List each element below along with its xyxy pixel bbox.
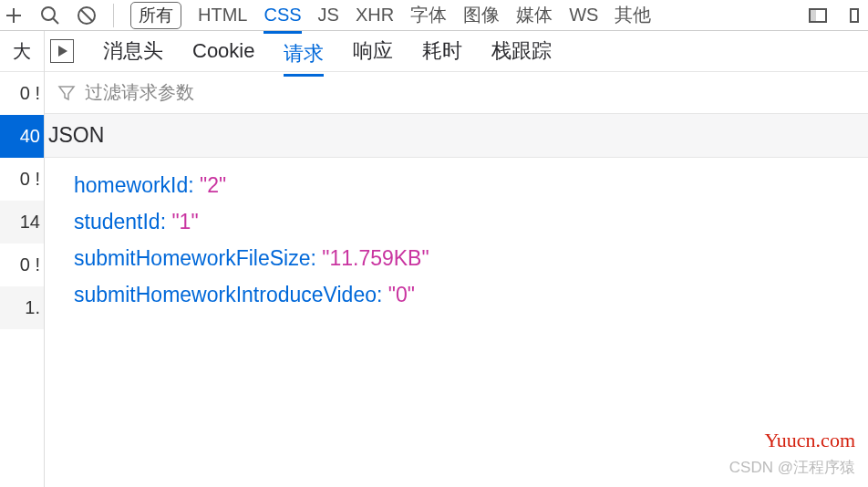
json-value: "11.759KB" <box>322 246 429 270</box>
filter-all[interactable]: 所有 <box>130 2 181 29</box>
watermark-csdn: CSDN @汪程序猿 <box>729 457 855 478</box>
filter-ws[interactable]: WS <box>569 5 598 26</box>
filter-js[interactable]: JS <box>318 5 339 26</box>
json-value: "1" <box>171 210 198 233</box>
json-row: studentId: "1" <box>74 203 868 240</box>
funnel-icon[interactable] <box>57 84 76 102</box>
sidebar-row[interactable]: 0 ! <box>0 72 44 115</box>
filter-xhr[interactable]: XHR <box>356 5 394 26</box>
filter-placeholder[interactable]: 过滤请求参数 <box>85 80 194 105</box>
dock-icon[interactable] <box>808 5 828 26</box>
top-toolbar: 所有 HTML CSS JS XHR 字体 图像 媒体 WS 其他 <box>0 0 868 31</box>
filter-image[interactable]: 图像 <box>463 3 500 27</box>
detail-tabs: 消息头 Cookie 请求 响应 耗时 栈跟踪 <box>45 31 868 72</box>
json-row: submitHomeworkIntroduceVideo: "0" <box>74 276 868 313</box>
tab-request[interactable]: 请求 <box>284 35 324 77</box>
json-row: homeworkId: "2" <box>74 167 868 203</box>
tab-headers[interactable]: 消息头 <box>103 32 163 70</box>
search-icon[interactable] <box>40 5 60 26</box>
json-value: "0" <box>388 283 415 306</box>
filter-html[interactable]: HTML <box>198 5 247 26</box>
json-key: studentId <box>74 210 160 233</box>
filter-css[interactable]: CSS <box>264 5 301 34</box>
svg-rect-3 <box>810 9 816 22</box>
filter-other[interactable]: 其他 <box>615 3 651 27</box>
sidebar-header[interactable]: 大 <box>0 31 44 72</box>
json-body: homeworkId: "2" studentId: "1" submitHom… <box>45 158 868 313</box>
request-list-sidebar: 大 0 ! 40 0 ! 14 0 ! 1. <box>0 31 45 487</box>
tab-timing[interactable]: 耗时 <box>422 32 462 70</box>
detail-panel: 消息头 Cookie 请求 响应 耗时 栈跟踪 过滤请求参数 JSON home… <box>45 31 868 487</box>
tab-stack[interactable]: 栈跟踪 <box>491 32 552 70</box>
plus-icon[interactable] <box>4 5 24 26</box>
tab-cookie[interactable]: Cookie <box>192 34 254 68</box>
filter-font[interactable]: 字体 <box>410 3 447 27</box>
pane-icon[interactable] <box>844 5 864 26</box>
sidebar-row[interactable]: 0 ! <box>0 244 44 286</box>
filter-row: 过滤请求参数 <box>45 72 868 114</box>
main-area: 大 0 ! 40 0 ! 14 0 ! 1. 消息头 Cookie 请求 响应 … <box>0 31 868 487</box>
json-section-header[interactable]: JSON <box>45 114 868 158</box>
sidebar-row[interactable]: 14 <box>0 201 44 244</box>
sidebar-row[interactable]: 0 ! <box>0 158 44 201</box>
separator <box>113 4 114 27</box>
json-key: homeworkId <box>74 173 188 197</box>
svg-rect-4 <box>851 9 858 22</box>
filter-media[interactable]: 媒体 <box>516 3 553 27</box>
tab-response[interactable]: 响应 <box>353 32 393 70</box>
json-key: submitHomeworkFileSize <box>74 246 310 270</box>
json-value: "2" <box>200 173 226 197</box>
watermark-yuucn: Yuucn.com <box>764 429 855 452</box>
play-icon[interactable] <box>50 39 74 63</box>
svg-point-0 <box>42 7 55 20</box>
json-key: submitHomeworkIntroduceVideo <box>74 283 377 306</box>
sidebar-row-selected[interactable]: 40 <box>0 115 44 158</box>
json-row: submitHomeworkFileSize: "11.759KB" <box>74 240 868 276</box>
sidebar-row[interactable]: 1. <box>0 286 44 329</box>
block-icon[interactable] <box>77 5 97 26</box>
